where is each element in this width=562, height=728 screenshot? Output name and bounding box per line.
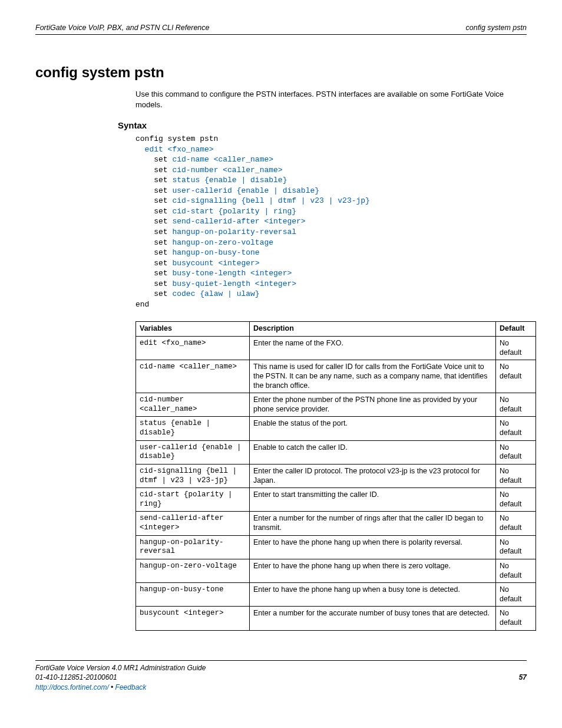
code-kw: busy-quiet-length <integer> <box>172 279 296 288</box>
cell-default: No default <box>496 464 536 487</box>
header-right: config system pstn <box>465 24 527 32</box>
cell-description: Enable to catch the caller ID. <box>250 440 496 464</box>
cell-description: Enable the status of the port. <box>250 417 496 440</box>
cell-variable: cid-signalling {bell | dtmf | v23 | v23-… <box>136 464 250 487</box>
table-row: hangup-on-busy-toneEnter to have the pho… <box>136 583 536 607</box>
code-line: set <box>154 196 167 205</box>
table-row: cid-start {polarity | ring}Enter to star… <box>136 488 536 512</box>
cell-description: Enter the caller ID protocol. The protoc… <box>250 464 496 487</box>
cell-description: Enter a number for the number of rings a… <box>250 512 496 535</box>
cell-description: Enter a number for the accurate number o… <box>250 607 496 630</box>
code-kw: status {enable | disable} <box>172 176 287 185</box>
code-kw: hangup-on-busy-tone <box>172 248 259 257</box>
cell-default: No default <box>496 583 536 607</box>
code-line: set <box>154 186 167 195</box>
cell-default: No default <box>496 393 536 417</box>
cell-default: No default <box>496 535 536 559</box>
cell-variable: cid-name <caller_name> <box>136 360 250 393</box>
footer-line2: 01-410-112851-20100601 <box>35 673 117 681</box>
syntax-code: config system pstn edit <fxo_name> set c… <box>135 134 527 309</box>
code-line: set <box>154 155 167 164</box>
footer-sep: • <box>109 683 115 691</box>
cell-variable: send-callerid-after <integer> <box>136 512 250 535</box>
table-row: status {enable | disable}Enable the stat… <box>136 417 536 440</box>
code-line: set <box>154 217 167 226</box>
table-row: cid-signalling {bell | dtmf | v23 | v23-… <box>136 464 536 487</box>
cell-default: No default <box>496 360 536 393</box>
cell-description: Enter the name of the FXO. <box>250 337 496 360</box>
page-footer: FortiGate Voice Version 4.0 MR1 Administ… <box>35 660 527 693</box>
table-row: busycount <integer>Enter a number for th… <box>136 607 536 630</box>
th-description: Description <box>250 322 496 337</box>
cell-description: Enter to have the phone hang up when a b… <box>250 583 496 607</box>
table-row: hangup-on-zero-voltageEnter to have the … <box>136 559 536 582</box>
th-variables: Variables <box>136 322 250 337</box>
code-line: set <box>154 166 167 174</box>
code-kw: codec {alaw | ulaw} <box>172 289 259 298</box>
page-title: config system pstn <box>35 64 527 81</box>
page-header: FortiGate Voice VoIP, PBX, and PSTN CLI … <box>35 24 527 35</box>
footer-feedback-link[interactable]: Feedback <box>115 683 147 691</box>
code-kw: cid-number <caller_name> <box>172 166 282 174</box>
code-line: set <box>154 248 167 257</box>
cell-description: Enter to start transmitting the caller I… <box>250 488 496 512</box>
cell-variable: cid-start {polarity | ring} <box>136 488 250 512</box>
cell-variable: hangup-on-busy-tone <box>136 583 250 607</box>
table-row: cid-number <caller_name>Enter the phone … <box>136 393 536 417</box>
table-row: cid-name <caller_name>This name is used … <box>136 360 536 393</box>
table-row: send-callerid-after <integer>Enter a num… <box>136 512 536 535</box>
cell-description: Enter the phone number of the PSTN phone… <box>250 393 496 417</box>
code-line: end <box>135 300 149 309</box>
code-line: set <box>154 238 167 247</box>
footer-url-link[interactable]: http://docs.fortinet.com/ <box>35 683 109 691</box>
cell-description: This name is used for caller ID for call… <box>250 360 496 393</box>
code-kw: cid-start {polarity | ring} <box>172 207 296 216</box>
cell-default: No default <box>496 559 536 582</box>
code-line: config system pstn <box>135 134 218 143</box>
code-kw: hangup-on-polarity-reversal <box>172 228 296 236</box>
code-line: set <box>154 176 167 185</box>
code-line: set <box>154 289 167 298</box>
variables-table: Variables Description Default edit <fxo_… <box>135 321 536 630</box>
code-kw: cid-name <caller_name> <box>172 155 273 164</box>
code-line: set <box>154 207 167 216</box>
code-kw: hangup-on-zero-voltage <box>172 238 273 247</box>
th-default: Default <box>496 322 536 337</box>
code-line: set <box>154 279 167 288</box>
cell-default: No default <box>496 607 536 630</box>
code-line: set <box>154 228 167 236</box>
code-kw: user-callerid {enable | disable} <box>172 186 319 195</box>
code-line: set <box>154 259 167 268</box>
syntax-heading: Syntax <box>118 120 527 130</box>
cell-variable: user-callerid {enable | disable} <box>136 440 250 464</box>
footer-line1: FortiGate Voice Version 4.0 MR1 Administ… <box>35 663 527 673</box>
cell-default: No default <box>496 440 536 464</box>
cell-variable: busycount <integer> <box>136 607 250 630</box>
cell-variable: hangup-on-zero-voltage <box>136 559 250 582</box>
intro-text: Use this command to configure the PSTN i… <box>135 89 527 110</box>
page-number: 57 <box>519 673 527 693</box>
code-kw: send-callerid-after <integer> <box>172 217 305 226</box>
code-line: edit <fxo_name> <box>145 145 214 154</box>
cell-default: No default <box>496 417 536 440</box>
header-left: FortiGate Voice VoIP, PBX, and PSTN CLI … <box>35 24 210 32</box>
table-row: user-callerid {enable | disable}Enable t… <box>136 440 536 464</box>
code-line: set <box>154 269 167 278</box>
cell-variable: status {enable | disable} <box>136 417 250 440</box>
table-row: hangup-on-polarity-reversalEnter to have… <box>136 535 536 559</box>
cell-default: No default <box>496 488 536 512</box>
code-kw: busycount <integer> <box>172 259 259 268</box>
cell-variable: hangup-on-polarity-reversal <box>136 535 250 559</box>
table-row: edit <fxo_name>Enter the name of the FXO… <box>136 337 536 360</box>
cell-description: Enter to have the phone hang up when the… <box>250 559 496 582</box>
code-kw: cid-signalling {bell | dtmf | v23 | v23-… <box>172 196 369 205</box>
code-kw: busy-tone-length <integer> <box>172 269 292 278</box>
cell-variable: edit <fxo_name> <box>136 337 250 360</box>
cell-description: Enter to have the phone hang up when the… <box>250 535 496 559</box>
cell-variable: cid-number <caller_name> <box>136 393 250 417</box>
cell-default: No default <box>496 512 536 535</box>
cell-default: No default <box>496 337 536 360</box>
